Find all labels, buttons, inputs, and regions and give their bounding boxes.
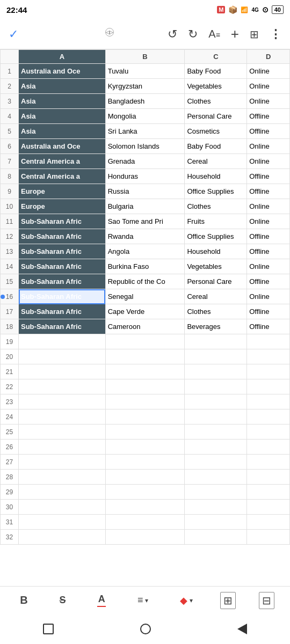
cell-C9[interactable]: Office Supplies [185,184,247,199]
home-button[interactable] [140,624,151,634]
cell-C23[interactable] [185,394,247,409]
cell-D32[interactable] [247,530,290,545]
cell-D13[interactable]: Offline [247,244,290,259]
cell-D16[interactable]: Online [247,289,290,304]
cell-A25[interactable] [19,425,106,440]
cell-B21[interactable] [105,364,185,379]
cell-D5[interactable]: Offline [247,124,290,139]
cell-C17[interactable]: Clothes [185,304,247,319]
cell-C20[interactable] [185,349,247,364]
cell-B8[interactable]: Honduras [105,169,185,184]
cell-C11[interactable]: Fruits [185,214,247,229]
cell-A26[interactable] [19,440,106,455]
merge-cells-button[interactable]: ⊞ [220,592,236,609]
cell-B2[interactable]: Kyrgyzstan [105,79,185,94]
align-button[interactable]: ≡ ▾ [133,591,153,609]
cell-A30[interactable] [19,500,106,515]
cell-B15[interactable]: Republic of the Co [105,274,185,289]
cell-D24[interactable] [247,409,290,425]
cell-D28[interactable] [247,470,290,485]
cell-B3[interactable]: Bangladesh [105,94,185,109]
cell-A7[interactable]: Central America a [19,154,106,169]
cell-A28[interactable] [19,470,106,485]
cell-A14[interactable]: Sub-Saharan Afric [19,259,106,274]
cell-D11[interactable]: Online [247,214,290,229]
add-button[interactable]: + [231,26,239,42]
cell-B31[interactable] [105,515,185,530]
column-header-C[interactable]: C [185,50,247,64]
confirm-button[interactable]: ✓ [9,27,18,41]
cell-D29[interactable] [247,485,290,500]
cell-C25[interactable] [185,425,247,440]
cell-B14[interactable]: Burkina Faso [105,259,185,274]
cell-B32[interactable] [105,530,185,545]
cell-B7[interactable]: Grenada [105,154,185,169]
cell-B22[interactable] [105,379,185,394]
fill-color-button[interactable]: ◆ ▾ [176,591,197,610]
cell-A31[interactable] [19,515,106,530]
cell-D3[interactable]: Online [247,94,290,109]
cell-B26[interactable] [105,440,185,455]
cell-C3[interactable]: Clothes [185,94,247,109]
cell-C21[interactable] [185,364,247,379]
cell-D31[interactable] [247,515,290,530]
cell-B24[interactable] [105,409,185,425]
cell-B20[interactable] [105,349,185,364]
cell-B16[interactable]: Senegal [105,289,185,304]
column-resize-handle[interactable]: ◁▷ [105,28,114,36]
cell-A11[interactable]: Sub-Saharan Afric [19,214,106,229]
cell-C5[interactable]: Cosmetics [185,124,247,139]
cell-D1[interactable]: Online [247,64,290,79]
cell-D7[interactable]: Online [247,154,290,169]
cell-C4[interactable]: Personal Care [185,109,247,124]
cell-C30[interactable] [185,500,247,515]
cell-C27[interactable] [185,455,247,470]
cell-B27[interactable] [105,455,185,470]
cell-C1[interactable]: Baby Food [185,64,247,79]
cell-D22[interactable] [247,379,290,394]
cell-B12[interactable]: Rwanda [105,229,185,244]
cell-C14[interactable]: Vegetables [185,259,247,274]
cell-B13[interactable]: Angola [105,244,185,259]
more-options-button[interactable]: ⋮ [270,27,281,41]
cell-C16[interactable]: Cereal [185,289,247,304]
back-button[interactable] [237,624,247,634]
cell-D30[interactable] [247,500,290,515]
cell-A8[interactable]: Central America a [19,169,106,184]
cell-A4[interactable]: Asia [19,109,106,124]
cell-C7[interactable]: Cereal [185,154,247,169]
cell-B19[interactable] [105,334,185,349]
cell-D20[interactable] [247,349,290,364]
cell-A29[interactable] [19,485,106,500]
cell-D10[interactable]: Online [247,199,290,214]
cell-A16[interactable]: Sub-Saharan Afric [19,289,106,304]
cell-B10[interactable]: Bulgaria [105,199,185,214]
cell-A13[interactable]: Sub-Saharan Afric [19,244,106,259]
cell-D15[interactable]: Offline [247,274,290,289]
cell-B5[interactable]: Sri Lanka [105,124,185,139]
freeze-button[interactable]: ⊟ [259,592,274,609]
cell-B4[interactable]: Mongolia [105,109,185,124]
cell-C19[interactable] [185,334,247,349]
cell-B17[interactable]: Cape Verde [105,304,185,319]
cell-C31[interactable] [185,515,247,530]
cell-D21[interactable] [247,364,290,379]
cell-A3[interactable]: Asia [19,94,106,109]
cell-B1[interactable]: Tuvalu [105,64,185,79]
cell-D25[interactable] [247,425,290,440]
cell-C10[interactable]: Clothes [185,199,247,214]
cell-D2[interactable]: Online [247,79,290,94]
cell-B23[interactable] [105,394,185,409]
cell-A5[interactable]: Asia [19,124,106,139]
cell-A6[interactable]: Australia and Oce [19,139,106,154]
cell-A27[interactable] [19,455,106,470]
cell-C15[interactable]: Personal Care [185,274,247,289]
redo-button[interactable]: ↻ [188,27,198,41]
cell-B25[interactable] [105,425,185,440]
cell-A24[interactable] [19,409,106,425]
cell-A20[interactable] [19,349,106,364]
cell-D14[interactable]: Online [247,259,290,274]
cell-C29[interactable] [185,485,247,500]
cell-C24[interactable] [185,409,247,425]
recent-apps-button[interactable] [43,624,54,634]
